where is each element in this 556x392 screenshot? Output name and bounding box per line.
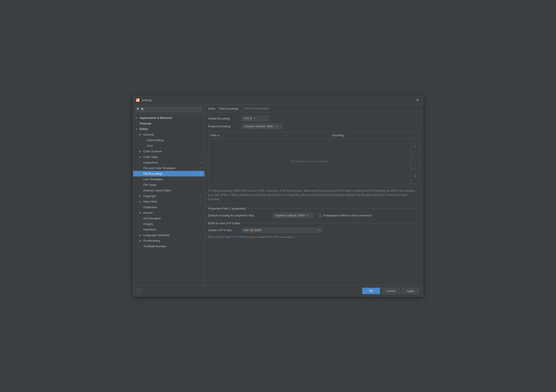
table-col-encoding: Encoding [330,133,419,138]
sidebar-item-label: Color Scheme [143,150,162,153]
sidebar-item-font[interactable]: Font [133,143,204,149]
sidebar-item-label: Font [147,144,153,147]
breadcrumb-separator: › [217,107,218,110]
sidebar-item-intentions[interactable]: Intentions [133,227,204,232]
search-input[interactable] [135,107,202,112]
sidebar-item-keymap[interactable]: Keymap [133,121,204,126]
app-icon [136,98,140,102]
search-wrapper: 🔍 [135,107,202,112]
bom-value: with NO BOM [244,228,261,232]
table-actions: + − ✎ [411,139,419,184]
sidebar-item-file-types[interactable]: File Types [133,182,204,188]
cancel-button[interactable]: Cancel [382,288,400,294]
chevron-down-icon: ▼ [136,128,139,130]
ok-button[interactable]: OK [362,288,380,294]
table-edit-button[interactable]: ✎ [411,169,419,184]
transparent-checkbox-row: Transparent native-to-ascii conversion [318,214,372,217]
close-button[interactable]: ✕ [415,98,420,103]
table-col-path: Path ▲ [208,133,330,138]
sort-icon: ▲ [217,134,220,136]
dropdown-arrow-icon: ▼ [307,214,309,217]
apply-button[interactable]: Apply [402,288,419,294]
dropdown-arrow-icon: ▼ [253,117,255,120]
chevron-right-icon: ▶ [139,150,142,153]
transparent-checkbox[interactable] [318,214,321,217]
chevron-right-icon: ▶ [139,239,142,242]
breadcrumb-current: File Encodings [219,107,238,110]
table-body-wrap: Encodings are not configured + − ✎ [208,139,419,184]
bom-note-prefix: IDEA will NOT add [208,235,231,239]
sidebar-item-label: Appearance & Behavior [140,116,173,119]
search-icon: 🔍 [137,108,140,111]
sidebar-item-label: Images [143,222,153,226]
sidebar-item-emmet[interactable]: ▶ Emmet [133,210,204,216]
action-buttons: OK Cancel Apply [362,288,419,294]
sidebar-item-label: Inspections [143,161,158,164]
help-button[interactable]: ? [137,288,142,293]
table-remove-button[interactable]: − [411,154,419,169]
copy-icon: ⧉ [200,194,202,197]
table-body: Encodings are not configured [208,139,411,184]
sidebar-item-label: GUI Designer [143,217,161,220]
sidebar-item-duplicates[interactable]: Duplicates [133,204,204,210]
for-current-project-link[interactable]: ⊡ For current project [244,107,269,110]
sidebar-item-inlay-hints[interactable]: ▶ Inlay Hints ⧉ [133,199,204,204]
sidebar-item-inspections[interactable]: Inspections ⧉ [133,160,204,165]
panel-body: Global Encoding: UTF-8 ▼ Project Encodin… [205,112,423,285]
sidebar-item-textmate-bundles[interactable]: TextMate Bundles [133,243,204,249]
encodings-table: Path ▲ Encoding Encodings are not config… [208,132,419,184]
sidebar-item-code-editing[interactable]: Code Editing [133,137,204,143]
sidebar-item-label: Copyright [143,194,156,198]
bom-section-label: BOM for new UTF-8 files [208,222,240,225]
svg-rect-1 [136,100,138,102]
sidebar-item-color-scheme[interactable]: ▶ Color Scheme [133,149,204,154]
chevron-right-icon: ▶ [139,133,142,136]
dialog-title: Settings [142,99,152,102]
sidebar-item-label: Intentions [143,228,156,231]
sidebar-item-images[interactable]: Images [133,221,204,227]
copy-icon: ⧉ [200,166,202,170]
chevron-right-icon: ▶ [139,156,142,158]
bom-section-divider: BOM for new UTF-8 files [208,222,419,225]
sidebar-item-label: Code Editing [147,139,163,142]
sidebar-item-language-injections[interactable]: ▶ Language Injections ⧉ [133,232,204,238]
sidebar-item-appearance[interactable]: ▶ Appearance & Behavior [133,115,204,121]
title-bar: Settings ✕ [133,96,423,105]
sidebar-item-label: Emmet [143,211,153,214]
sidebar-item-label: File and Code Templates [143,166,176,170]
sidebar-item-file-encodings[interactable]: File Encodings ⧉ [133,171,204,176]
chevron-right-icon: ▶ [139,195,142,197]
properties-encoding-dropdown[interactable]: <System Default: GBK> ▼ [273,213,313,218]
bom-dropdown[interactable]: with NO BOM ▼ [242,227,322,233]
sidebar-item-gui-designer[interactable]: GUI Designer ⧉ [133,216,204,221]
project-encoding-dropdown[interactable]: <System Default: GBK> ▼ [242,124,282,129]
search-box: 🔍 [133,105,204,114]
sidebar-item-label: Live Templates [143,178,162,181]
sidebar-item-label: Editor [140,127,148,131]
sidebar-item-android-layout-editor[interactable]: Android Layout Editor [133,188,204,193]
copy-icon: ⧉ [200,217,202,220]
copy-icon: ⧉ [200,161,202,164]
project-encoding-label: Project Encoding: [208,125,239,128]
table-add-button[interactable]: + [411,139,419,154]
sidebar-item-label: Android Layout Editor [143,189,171,192]
utf8-bom-link[interactable]: UTF-8 BOM [231,235,245,239]
sidebar-item-code-style[interactable]: ▶ Code Style ⧉ [133,154,204,160]
sidebar-item-editor[interactable]: ▼ Editor [133,126,204,132]
table-header: Path ▲ Encoding [208,132,419,139]
properties-section-label: Properties Files (*.properties) [208,207,246,210]
sidebar-item-copyright[interactable]: ▶ Copyright ⧉ [133,193,204,199]
sidebar-item-label: TextMate Bundles [143,245,166,248]
chevron-right-icon: ▶ [139,200,142,203]
global-encoding-dropdown[interactable]: UTF-8 ▼ [242,116,268,121]
settings-dialog: Settings ✕ 🔍 ▶ Appearance & Behavior [133,96,423,297]
sidebar-item-live-templates[interactable]: Live Templates [133,176,204,182]
divider-line [248,208,419,209]
sidebar-item-file-code-templates[interactable]: File and Code Templates ⧉ [133,165,204,171]
properties-section-divider: Properties Files (*.properties) [208,207,419,210]
title-bar-left: Settings [136,98,152,102]
sidebar-item-proofreading[interactable]: ▶ Proofreading [133,238,204,243]
global-encoding-row: Global Encoding: UTF-8 ▼ [208,116,419,121]
main-panel: Editor › File Encodings ⊡ For current pr… [205,105,423,285]
sidebar-item-general[interactable]: ▶ General [133,132,204,137]
